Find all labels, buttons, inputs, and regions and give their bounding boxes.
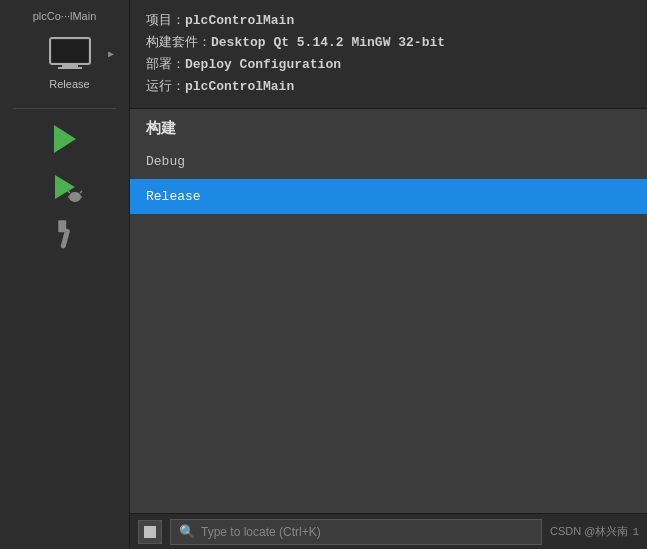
monitor-label: Release bbox=[49, 78, 89, 90]
info-line-3: 部署：Deploy Configuration bbox=[146, 54, 631, 76]
page-number: 1 bbox=[632, 526, 639, 538]
info-line-2: 构建套件：Desktop Qt 5.14.2 MinGW 32-bit bbox=[146, 32, 631, 54]
run-button[interactable] bbox=[40, 119, 90, 159]
sidebar-separator bbox=[13, 108, 116, 109]
chevron-right-icon: ▶ bbox=[108, 48, 114, 60]
svg-line-6 bbox=[80, 191, 82, 193]
bottom-bar: 🔍 Type to locate (Ctrl+K) CSDN @林兴南 1 bbox=[130, 513, 647, 549]
build-header-label: 构建 bbox=[146, 119, 631, 138]
build-section-header: 构建 bbox=[130, 109, 647, 144]
info-panel: 项目：plcControlMain 构建套件：Desktop Qt 5.14.2… bbox=[130, 0, 647, 109]
search-bar[interactable]: 🔍 Type to locate (Ctrl+K) bbox=[170, 519, 542, 545]
svg-line-5 bbox=[68, 191, 70, 193]
sidebar-project-name: plcCo···lMain bbox=[33, 10, 97, 22]
svg-rect-3 bbox=[52, 40, 88, 62]
sidebar: plcCo···lMain ▶ Release bbox=[0, 0, 130, 549]
svg-rect-2 bbox=[58, 67, 82, 69]
svg-point-4 bbox=[69, 192, 81, 202]
debug-play-icon bbox=[55, 175, 75, 199]
build-option-debug[interactable]: Debug bbox=[130, 144, 647, 179]
panel-toggle-icon bbox=[144, 526, 156, 538]
debug-run-button[interactable] bbox=[40, 167, 90, 207]
panel-toggle-button[interactable] bbox=[138, 520, 162, 544]
info-line-1: 项目：plcControlMain bbox=[146, 10, 631, 32]
svg-rect-9 bbox=[58, 220, 66, 232]
search-placeholder-text: Type to locate (Ctrl+K) bbox=[201, 525, 321, 539]
sidebar-monitor-section[interactable]: ▶ Release bbox=[0, 34, 129, 90]
build-option-release[interactable]: Release bbox=[130, 179, 647, 214]
build-button[interactable] bbox=[40, 215, 90, 255]
svg-rect-1 bbox=[62, 64, 78, 67]
play-icon bbox=[54, 125, 76, 153]
monitor-row[interactable]: ▶ bbox=[10, 34, 129, 74]
hammer-icon bbox=[44, 213, 85, 256]
monitor-icon bbox=[45, 34, 95, 74]
csdn-label: CSDN @林兴南 bbox=[550, 524, 628, 539]
search-icon: 🔍 bbox=[179, 524, 195, 540]
main-content: 项目：plcControlMain 构建套件：Desktop Qt 5.14.2… bbox=[130, 0, 647, 549]
build-options-list: Debug Release bbox=[130, 144, 647, 214]
info-line-4: 运行：plcControlMain bbox=[146, 76, 631, 98]
